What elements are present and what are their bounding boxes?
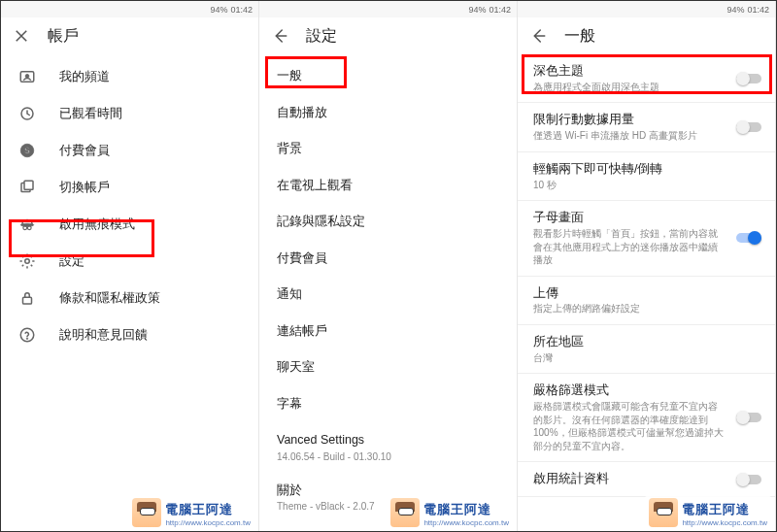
titlebar: 一般 bbox=[518, 17, 775, 54]
option-title: 嚴格篩選模式 bbox=[533, 382, 725, 399]
menu-item-channel[interactable]: 我的頻道 bbox=[1, 58, 258, 95]
toggle-switch[interactable] bbox=[736, 120, 761, 134]
page-title: 帳戶 bbox=[48, 26, 79, 47]
option-title: 限制行動數據用量 bbox=[533, 112, 725, 128]
option-title: 深色主題 bbox=[533, 63, 725, 80]
option-row[interactable]: 所在地區台灣 bbox=[518, 325, 775, 373]
settings-label: 在電視上觀看 bbox=[277, 178, 499, 195]
menu-item-history[interactable]: 已觀看時間 bbox=[1, 95, 258, 132]
svg-point-13 bbox=[26, 338, 28, 340]
menu-label: 切換帳戶 bbox=[59, 180, 110, 196]
option-title: 上傳 bbox=[533, 285, 725, 302]
option-subtitle: 台灣 bbox=[533, 351, 725, 365]
svg-rect-11 bbox=[23, 297, 32, 304]
svg-point-1 bbox=[25, 74, 29, 78]
settings-label: 連結帳戶 bbox=[277, 323, 499, 341]
menu-label: 我的頻道 bbox=[59, 69, 110, 85]
option-title: 所在地區 bbox=[533, 334, 725, 350]
option-title: 子母畫面 bbox=[533, 210, 725, 226]
toggle-switch[interactable] bbox=[736, 72, 761, 85]
help-icon bbox=[17, 324, 38, 346]
settings-item-about[interactable]: 關於Theme - vBlack - 2.0.7 bbox=[259, 473, 517, 523]
settings-item[interactable]: 連結帳戶 bbox=[259, 314, 517, 350]
menu-item-switch[interactable]: 切換帳戶 bbox=[1, 169, 258, 206]
page-title: 一般 bbox=[564, 26, 595, 47]
paid-icon: $ bbox=[17, 140, 38, 161]
option-subtitle: 為應用程式全面啟用深色主題 bbox=[533, 81, 725, 94]
option-row[interactable]: 嚴格篩選模式嚴格篩選模式會隱藏可能含有兒童不宜內容的影片。沒有任何篩選器的準確度… bbox=[518, 374, 775, 461]
option-row[interactable]: 深色主題為應用程式全面啟用深色主題 bbox=[518, 54, 775, 102]
settings-label: 自動播放 bbox=[277, 105, 499, 122]
close-icon[interactable] bbox=[11, 25, 32, 47]
watermark: 電腦王阿達http://www.kocpc.com.tw bbox=[1, 479, 258, 531]
svg-point-8 bbox=[23, 226, 27, 230]
settings-label: 背景 bbox=[277, 141, 499, 158]
page-title: 設定 bbox=[306, 26, 337, 47]
menu-label: 已觀看時間 bbox=[59, 106, 122, 122]
option-subtitle: 嚴格篩選模式會隱藏可能含有兒童不宜內容的影片。沒有任何篩選器的準確度能達到 10… bbox=[533, 400, 725, 452]
settings-label: 聊天室 bbox=[277, 359, 499, 377]
option-title: 啟用統計資料 bbox=[533, 471, 725, 487]
settings-label: 通知 bbox=[277, 286, 499, 304]
status-bar: 94%01:42 bbox=[259, 1, 517, 17]
settings-item[interactable]: 一般 bbox=[259, 58, 517, 95]
settings-item[interactable]: 付費會員 bbox=[259, 241, 517, 278]
status-bar: 94%01:42 bbox=[518, 1, 775, 17]
settings-label: 付費會員 bbox=[277, 250, 499, 268]
back-icon[interactable] bbox=[269, 25, 290, 47]
option-row[interactable]: 輕觸兩下即可快轉/倒轉10 秒 bbox=[518, 152, 775, 200]
channel-icon bbox=[17, 66, 38, 87]
option-row[interactable]: 上傳指定上傳的網路偏好設定 bbox=[518, 277, 775, 324]
menu-label: 設定 bbox=[59, 253, 84, 270]
settings-label: 記錄與隱私設定 bbox=[277, 214, 499, 231]
menu-item-paid[interactable]: $付費會員 bbox=[1, 132, 258, 169]
svg-rect-6 bbox=[24, 181, 33, 189]
settings-item[interactable]: 通知 bbox=[259, 277, 517, 314]
menu-item-incog[interactable]: 啟用無痕模式 bbox=[1, 206, 258, 243]
option-subtitle: 10 秒 bbox=[533, 179, 725, 192]
titlebar: 帳戶 bbox=[1, 17, 258, 54]
svg-text:$: $ bbox=[24, 146, 29, 155]
history-icon bbox=[17, 103, 38, 124]
settings-item[interactable]: 背景 bbox=[259, 131, 517, 168]
settings-item[interactable]: 聊天室 bbox=[259, 349, 517, 386]
toggle-switch[interactable] bbox=[736, 473, 761, 486]
settings-label: 一般 bbox=[277, 68, 499, 85]
gear-icon bbox=[17, 250, 38, 272]
settings-item-vanced[interactable]: Vanced Settings14.06.54 - Build - 01.30.… bbox=[259, 422, 517, 473]
settings-label: 字幕 bbox=[277, 396, 499, 414]
option-subtitle: 指定上傳的網路偏好設定 bbox=[533, 302, 725, 316]
settings-item[interactable]: 記錄與隱私設定 bbox=[259, 204, 517, 241]
option-row[interactable]: 啟用統計資料 bbox=[518, 462, 775, 496]
menu-label: 說明和意見回饋 bbox=[59, 327, 148, 344]
svg-point-10 bbox=[25, 259, 30, 264]
option-subtitle: 僅透過 Wi-Fi 串流播放 HD 高畫質影片 bbox=[533, 129, 725, 143]
option-row[interactable]: 限制行動數據用量僅透過 Wi-Fi 串流播放 HD 高畫質影片 bbox=[518, 103, 775, 150]
menu-label: 啟用無痕模式 bbox=[59, 216, 135, 233]
svg-point-7 bbox=[20, 223, 34, 226]
menu-label: 條款和隱私權政策 bbox=[59, 290, 160, 307]
toggle-switch[interactable] bbox=[736, 411, 761, 424]
settings-item[interactable]: 在電視上觀看 bbox=[259, 168, 517, 205]
option-row[interactable]: 子母畫面觀看影片時輕觸「首頁」按鈕，當前內容就會在其他應用程式上方的迷你播放器中… bbox=[518, 201, 775, 275]
switch-icon bbox=[17, 177, 38, 198]
back-icon[interactable] bbox=[527, 25, 549, 47]
toggle-switch[interactable] bbox=[736, 231, 761, 245]
settings-item[interactable]: 字幕 bbox=[259, 386, 517, 423]
option-subtitle: 觀看影片時輕觸「首頁」按鈕，當前內容就會在其他應用程式上方的迷你播放器中繼續播放 bbox=[533, 227, 725, 267]
settings-item[interactable]: 自動播放 bbox=[259, 95, 517, 132]
menu-item-lock[interactable]: 條款和隱私權政策 bbox=[1, 280, 258, 316]
titlebar: 設定 bbox=[259, 17, 517, 54]
incog-icon bbox=[17, 214, 38, 235]
status-bar: 94%01:42 bbox=[1, 1, 258, 17]
lock-icon bbox=[17, 287, 38, 309]
svg-point-9 bbox=[27, 226, 31, 230]
menu-item-help[interactable]: 說明和意見回饋 bbox=[1, 316, 258, 353]
menu-label: 付費會員 bbox=[59, 143, 110, 159]
option-title: 輕觸兩下即可快轉/倒轉 bbox=[533, 161, 725, 178]
menu-item-gear[interactable]: 設定 bbox=[1, 243, 258, 280]
